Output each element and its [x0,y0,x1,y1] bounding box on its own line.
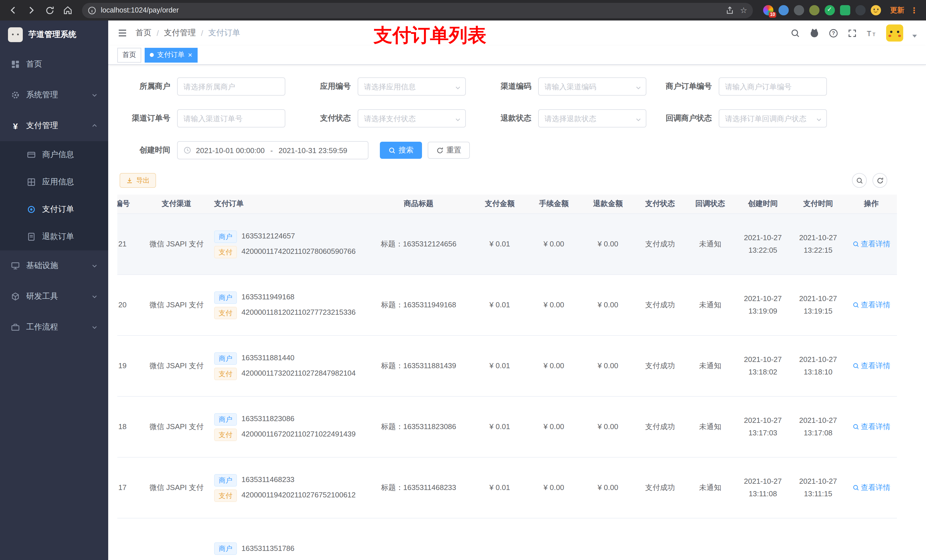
extension-icon-1[interactable]: 10 [763,5,773,15]
sidebar-item-workflow[interactable]: 工作流程 [0,312,108,343]
sidebar-item-pay-order[interactable]: 支付订单 [0,196,108,223]
table-row[interactable]: 21 微信 JSAPI 支付 商户 1635312124657 支付 [117,214,897,275]
bookmark-star-icon[interactable]: ☆ [740,6,747,14]
gear-icon [10,90,21,100]
svg-text:T: T [867,29,872,38]
sidebar-toggle-icon[interactable] [117,28,127,38]
site-info-icon[interactable] [88,6,96,15]
extension-icon-6[interactable] [840,5,850,15]
browser-url-bar[interactable]: localhost:1024/pay/order ☆ [82,3,753,18]
date-separator: - [269,146,274,154]
sidebar-item-label: 退款订单 [42,232,74,242]
github-icon[interactable] [809,28,820,38]
cell-title: 标题：1635311881439 [365,360,473,372]
extension-icon-5[interactable] [825,5,835,15]
sidebar-item-infrastructure[interactable]: 基础设施 [0,251,108,281]
view-detail-label: 查看详情 [861,360,890,372]
view-detail-link[interactable]: 查看详情 [846,238,897,250]
breadcrumb-home[interactable]: 首页 [136,28,151,38]
monitor-icon [10,261,21,271]
cell-channel: 微信 JSAPI 支付 [142,482,211,494]
filter-notify-status-select[interactable] [719,109,827,127]
cell-id: 21 [117,238,142,250]
extension-icon-8[interactable] [871,5,881,15]
view-detail-link[interactable]: 查看详情 [846,482,897,494]
table-row[interactable]: 18 微信 JSAPI 支付 商户 1635311823086 支付 [117,397,897,457]
filter-channel-code-select[interactable] [538,77,646,96]
reset-button[interactable]: 重置 [428,142,470,159]
table-row[interactable]: 17 微信 JSAPI 支付 商户 1635311468233 支付 [117,457,897,518]
sidebar-item-refund-order[interactable]: 退款订单 [0,223,108,251]
merchant-tag: 商户 [214,230,237,243]
sidebar-item-system[interactable]: 系统管理 [0,80,108,110]
export-button[interactable]: 导出 [120,173,156,188]
cell-id: 20 [117,299,142,311]
url-text[interactable]: localhost:1024/pay/order [101,6,721,14]
tab-home[interactable]: 首页 [117,48,141,62]
browser-reload-icon[interactable] [42,3,57,18]
tab-pay-order[interactable]: 支付订单 × [145,48,197,62]
chevron-down-icon [91,324,98,331]
view-detail-link[interactable]: 查看详情 [846,299,897,311]
filter-app-select[interactable] [358,77,466,96]
search-button[interactable]: 搜索 [380,142,422,159]
extension-icon-2[interactable] [779,5,789,15]
chevron-up-icon [91,122,98,129]
circle-dot-icon [26,204,36,214]
cell-notify: 未通知 [685,421,735,433]
filter-merchant-input[interactable] [177,77,285,96]
pay-tag: 支付 [214,367,237,380]
filter-channel-order-no-input[interactable] [177,109,285,127]
sidebar-item-home[interactable]: 首页 [0,49,108,80]
filter-pay-status-select[interactable] [358,109,466,127]
font-size-icon[interactable]: TT [866,28,877,38]
breadcrumb-pay-mgmt[interactable]: 支付管理 [164,28,196,38]
browser-back-icon[interactable] [6,3,21,18]
active-tab-dot [150,53,154,57]
filter-create-time-range[interactable]: 2021-10-01 00:00:00 - 2021-10-31 23:59:5… [177,141,368,159]
cell-channel: 微信 JSAPI 支付 [142,238,211,250]
cube-icon [10,291,21,302]
sidebar-item-app-info[interactable]: 应用信息 [0,169,108,196]
search-icon[interactable] [790,28,800,38]
refresh-button[interactable] [873,173,887,188]
cell-amount: ¥ 0.01 [473,421,527,433]
merchant-tag: 商户 [214,291,237,303]
close-icon[interactable]: × [188,51,192,59]
help-icon[interactable]: ? [829,28,838,38]
table-row[interactable]: 19 微信 JSAPI 支付 商户 1635311881440 支付 [117,336,897,397]
browser-update-button[interactable]: 更新 [890,5,904,15]
table-row-partial[interactable]: 商户 1635311351786 [117,518,897,560]
browser-menu-icon[interactable]: ⋮ [908,6,920,15]
cell-fee: ¥ 0.00 [527,421,581,433]
cell-id: 18 [117,421,142,433]
search-button-label: 搜索 [399,145,413,155]
share-icon[interactable] [726,6,734,15]
view-detail-link[interactable]: 查看详情 [846,421,897,433]
browser-home-icon[interactable] [61,3,75,18]
filter-merchant-order-no-input[interactable] [719,77,827,96]
extension-icon-7[interactable] [855,5,865,15]
avatar[interactable] [886,24,903,42]
col-header-created: 创建时间 [735,198,790,210]
yen-icon: ¥ [10,121,21,131]
sidebar-item-dev-tools[interactable]: 研发工具 [0,281,108,312]
browser-chrome: localhost:1024/pay/order ☆ 10 更新 ⋮ [0,0,926,21]
col-header-refund: 退款金额 [581,198,635,210]
view-detail-link[interactable]: 查看详情 [846,360,897,372]
sidebar-item-payment[interactable]: ¥ 支付管理 [0,110,108,141]
toggle-search-button[interactable] [852,173,867,188]
table-row[interactable]: 20 微信 JSAPI 支付 商户 1635311949168 支付 [117,275,897,336]
filter-refund-status-select[interactable] [538,109,646,127]
browser-forward-icon[interactable] [24,3,39,18]
extension-icon-3[interactable] [794,5,804,15]
tab-label: 支付订单 [157,50,185,60]
extension-icon-4[interactable] [809,5,820,15]
col-header-amount: 支付金额 [473,198,527,210]
fullscreen-icon[interactable] [847,28,857,38]
filter-label: 渠道编码 [478,82,538,92]
col-header-id: 编号 [117,198,142,210]
sidebar-item-merchant-info[interactable]: 商户信息 [0,141,108,169]
user-menu-caret-icon[interactable] [912,35,917,37]
pay-tag: 支付 [214,306,237,319]
